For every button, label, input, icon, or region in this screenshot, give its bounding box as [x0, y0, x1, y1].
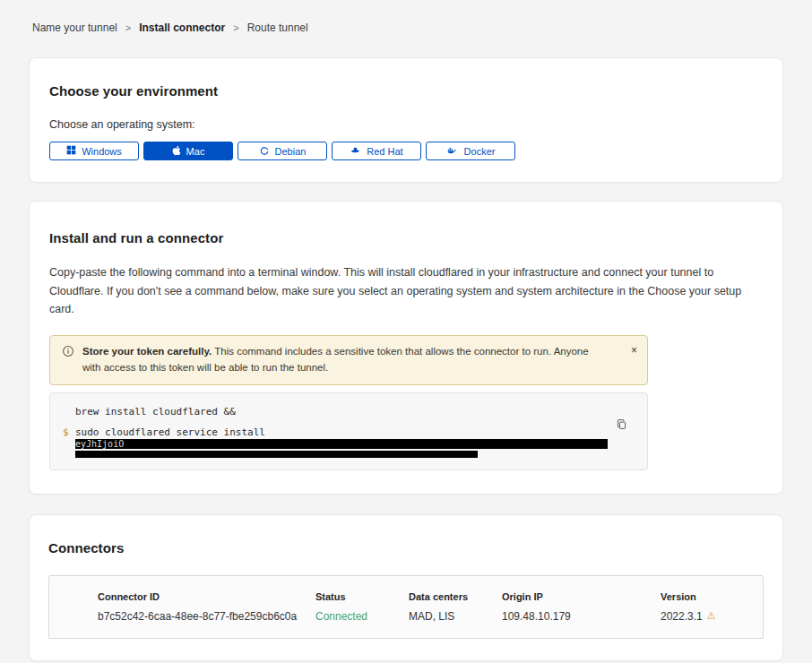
docker-icon [446, 145, 459, 158]
copy-icon [616, 419, 627, 433]
redhat-icon [350, 145, 361, 158]
breadcrumb-separator: > [233, 22, 238, 33]
install-connector-card: Install and run a connector Copy-paste t… [29, 201, 783, 495]
token-prefix: eyJhIjoiO [75, 439, 124, 449]
cell-connector-id: b7c52c42-6caa-48ee-8c77-fbe259cb6c0a [98, 610, 315, 623]
os-button-windows[interactable]: Windows [49, 142, 139, 160]
install-command-block: brew install cloudflared && $ sudo cloud… [49, 392, 648, 470]
install-description: Copy-paste the following command into a … [49, 263, 762, 319]
os-button-debian[interactable]: Debian [238, 142, 327, 160]
redacted-token-bar: eyJhIjoiO [75, 439, 608, 449]
breadcrumb: Name your tunnel > Install connector > R… [0, 0, 812, 34]
cell-status: Connected [315, 610, 409, 623]
warning-title: Store your token carefully. [82, 346, 212, 357]
os-select-label: Choose an operating system: [49, 118, 763, 131]
command-text: brew install cloudflared && [75, 406, 236, 418]
version-value: 2022.3.1 [661, 610, 703, 623]
close-banner-button[interactable]: × [631, 345, 637, 356]
warning-text: Store your token carefully. This command… [82, 344, 589, 376]
col-header-data-centers: Data centers [409, 591, 502, 602]
os-button-mac[interactable]: Mac [143, 142, 233, 160]
col-header-status: Status [315, 591, 409, 602]
breadcrumb-step-name-tunnel[interactable]: Name your tunnel [32, 22, 117, 34]
redacted-token-bar-continued [75, 451, 478, 458]
command-line-1: brew install cloudflared && [75, 406, 608, 418]
os-button-docker[interactable]: Docker [426, 142, 515, 160]
os-button-label: Docker [464, 146, 496, 157]
command-line-2: $ sudo cloudflared service install [75, 426, 608, 438]
install-card-title: Install and run a connector [49, 230, 763, 245]
terminal-prompt: $ [63, 426, 69, 438]
info-icon [62, 345, 74, 376]
cell-version: 2022.3.1 ⚠ [661, 610, 763, 623]
connectors-table: Connector ID Status Data centers Origin … [48, 575, 764, 639]
table-header-row: Connector ID Status Data centers Origin … [49, 576, 763, 602]
cell-data-centers: MAD, LIS [409, 610, 502, 623]
os-button-redhat[interactable]: Red Hat [332, 142, 421, 160]
token-warning-banner: Store your token carefully. This command… [49, 335, 648, 385]
os-button-label: Debian [275, 146, 307, 157]
col-header-version: Version [661, 591, 763, 602]
col-header-connector-id: Connector ID [98, 591, 315, 602]
breadcrumb-separator: > [125, 22, 131, 33]
connectors-card-title: Connectors [48, 540, 764, 555]
col-header-origin-ip: Origin IP [502, 591, 661, 602]
table-row: b7c52c42-6caa-48ee-8c77-fbe259cb6c0a Con… [49, 602, 763, 638]
cell-origin-ip: 109.48.10.179 [502, 610, 661, 623]
choose-environment-card: Choose your environment Choose an operat… [29, 57, 783, 183]
os-button-label: Red Hat [367, 146, 402, 157]
environment-card-title: Choose your environment [49, 83, 763, 99]
breadcrumb-step-install-connector: Install connector [139, 22, 225, 34]
os-button-group: Windows Mac Debian Red Hat Docker [49, 142, 763, 160]
breadcrumb-step-route-tunnel[interactable]: Route tunnel [247, 22, 308, 34]
debian-icon [259, 145, 270, 158]
apple-icon [172, 145, 181, 158]
os-button-label: Mac [186, 146, 205, 157]
windows-icon [66, 145, 76, 157]
version-warning-icon: ⚠ [707, 611, 716, 621]
command-text: sudo cloudflared service install [75, 426, 265, 438]
copy-command-button[interactable] [616, 418, 627, 433]
os-button-label: Windows [82, 146, 122, 157]
connectors-card: Connectors Connector ID Status Data cent… [29, 514, 783, 661]
